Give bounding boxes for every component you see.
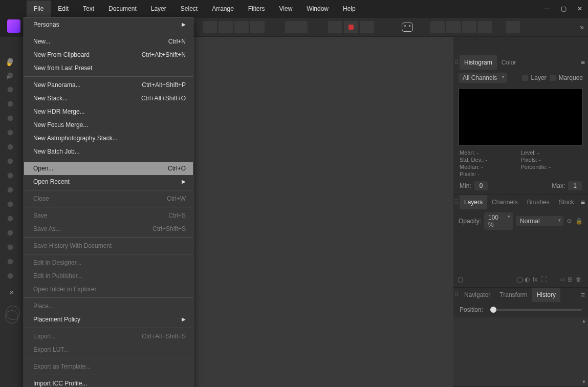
svg-point-12 — [8, 230, 13, 236]
maximize-button[interactable]: ▢ — [555, 0, 572, 17]
menu-view[interactable]: View — [272, 1, 300, 17]
toolbar-button[interactable] — [344, 21, 358, 33]
menuitem-new-focus-merge[interactable]: New Focus Merge... — [24, 118, 193, 132]
min-label: Min: — [460, 182, 471, 189]
tab-brushes[interactable]: Brushes — [522, 195, 554, 209]
menuitem-new[interactable]: New...Ctrl+N — [24, 35, 193, 48]
tab-color[interactable]: Color — [497, 55, 521, 70]
toolbar-overflow-icon[interactable]: » — [580, 23, 584, 31]
crop-icon[interactable]: ⛶ — [541, 276, 549, 284]
clone-icon[interactable] — [6, 142, 18, 155]
toolbar-button[interactable] — [462, 21, 476, 33]
eyedrop-icon[interactable] — [6, 271, 18, 284]
tab-layers[interactable]: Layers — [460, 195, 487, 209]
toolbar-button[interactable] — [328, 21, 342, 33]
menuitem-open[interactable]: Open...Ctrl+O — [24, 162, 193, 175]
panel-menu-icon[interactable]: ≡ — [581, 58, 585, 67]
panel-grip-icon[interactable]: ⠿ — [453, 199, 460, 206]
marquee-icon[interactable] — [6, 128, 18, 140]
adjust-icon[interactable]: ◐ — [525, 276, 533, 284]
menuitem-new-batch-job[interactable]: New Batch Job... — [24, 145, 193, 158]
lasso-icon[interactable] — [6, 114, 18, 126]
menu-arrange[interactable]: Arrange — [205, 1, 241, 17]
menuitem-new-stack[interactable]: New Stack...Ctrl+Alt+Shift+O — [24, 92, 193, 105]
position-slider[interactable] — [490, 309, 582, 311]
dodge-icon[interactable] — [6, 214, 18, 226]
blur-icon[interactable] — [6, 243, 18, 255]
panel-grip-icon[interactable]: ⠿ — [453, 59, 460, 66]
menu-select[interactable]: Select — [173, 1, 205, 17]
toolbar-button[interactable] — [203, 21, 217, 33]
min-input[interactable]: 0 — [474, 181, 488, 190]
menu-layer[interactable]: Layer — [144, 1, 173, 17]
move-icon[interactable] — [6, 71, 18, 83]
sharpen-icon[interactable] — [6, 257, 18, 269]
menuitem-new-from-clipboard[interactable]: New From ClipboardCtrl+Alt+Shift+N — [24, 48, 193, 61]
blendmode-dropdown[interactable]: Normal — [516, 216, 563, 226]
toolbar-button[interactable] — [506, 21, 520, 33]
hand-icon[interactable] — [6, 56, 18, 69]
channels-dropdown[interactable]: All Channels — [459, 73, 507, 83]
fx-icon[interactable]: fx — [533, 276, 541, 284]
toolbar-button[interactable] — [478, 21, 492, 33]
history-list[interactable]: ▲ ▼ — [453, 317, 588, 386]
menuitem-new-hdr-merge[interactable]: New HDR Merge... — [24, 105, 193, 118]
menu-edit[interactable]: Edit — [51, 1, 76, 17]
minimize-button[interactable]: — — [539, 0, 555, 17]
toolbar-button[interactable] — [234, 21, 249, 33]
toolbar-button[interactable] — [360, 21, 374, 33]
toolbar-button[interactable] — [446, 21, 461, 33]
opacity-dropdown[interactable]: 100 % — [484, 212, 513, 230]
crop-icon[interactable] — [6, 99, 18, 112]
toolbar-button[interactable] — [219, 21, 233, 33]
menu-filters[interactable]: Filters — [241, 1, 272, 17]
menuitem-open-recent[interactable]: Open Recent▶ — [24, 175, 193, 188]
close-button[interactable]: ✕ — [572, 0, 588, 17]
add-icon[interactable]: ⊞ — [568, 276, 576, 284]
lock-icon[interactable]: 🔒 — [575, 218, 583, 225]
menuitem-new-astrophotography-stack[interactable]: New Astrophotography Stack... — [24, 132, 193, 145]
layer-icon[interactable]: ▢ — [458, 276, 466, 284]
paint-icon[interactable] — [6, 171, 18, 183]
menuitem-personas[interactable]: Personas▶ — [24, 18, 193, 31]
sponge-icon[interactable] — [6, 200, 18, 212]
mask-icon[interactable]: ◯ — [516, 276, 525, 284]
brush-icon[interactable] — [6, 85, 18, 97]
toolbar-button[interactable] — [430, 21, 445, 33]
assistant-icon[interactable] — [402, 23, 413, 32]
menu-file[interactable]: File — [27, 1, 51, 17]
scroll-up-icon[interactable]: ▲ — [581, 318, 587, 325]
layer-checkbox[interactable] — [522, 75, 528, 81]
folder-icon[interactable]: ▭ — [559, 276, 568, 284]
panel-menu-icon[interactable]: ≡ — [581, 198, 585, 206]
smudge-icon[interactable] — [6, 228, 18, 241]
tab-channels[interactable]: Channels — [487, 195, 522, 209]
menu-help[interactable]: Help — [336, 1, 363, 17]
toolbar-button[interactable] — [250, 21, 265, 33]
panel-grip-icon[interactable]: ⠿ — [453, 291, 460, 298]
tab-stock[interactable]: Stock — [554, 195, 579, 209]
menuitem-placement-policy[interactable]: Placement Policy▶ — [24, 313, 193, 326]
slider-thumb-icon[interactable] — [490, 307, 496, 313]
heal-icon[interactable] — [6, 157, 18, 169]
tab-transform[interactable]: Transform — [495, 288, 532, 302]
toolbar-dropdown[interactable] — [285, 21, 308, 33]
menu-window[interactable]: Window — [299, 1, 336, 17]
menu-text[interactable]: Text — [76, 1, 101, 17]
menuitem-new-from-last-preset[interactable]: New from Last Preset — [24, 61, 193, 75]
trash-icon[interactable]: 🗑 — [576, 276, 584, 284]
max-input[interactable]: 1 — [568, 181, 582, 190]
tab-histogram[interactable]: Histogram — [460, 55, 497, 70]
tab-navigator[interactable]: Navigator — [460, 288, 495, 302]
panel-menu-icon[interactable]: ≡ — [581, 291, 585, 299]
gear-icon[interactable]: ⚙ — [567, 218, 572, 225]
menu-document[interactable]: Document — [101, 1, 144, 17]
marquee-checkbox[interactable] — [550, 75, 556, 81]
menuitem-new-panorama[interactable]: New Panorama...Ctrl+Alt+Shift+P — [24, 78, 193, 92]
color-swatch-icon[interactable] — [5, 310, 18, 324]
menuitem-import-icc-profile[interactable]: Import ICC Profile... — [24, 377, 193, 387]
tools-overflow-icon[interactable]: » — [10, 288, 14, 296]
burn-icon[interactable] — [6, 185, 18, 198]
tab-history[interactable]: History — [532, 288, 560, 302]
scroll-down-icon[interactable]: ▼ — [581, 379, 587, 385]
